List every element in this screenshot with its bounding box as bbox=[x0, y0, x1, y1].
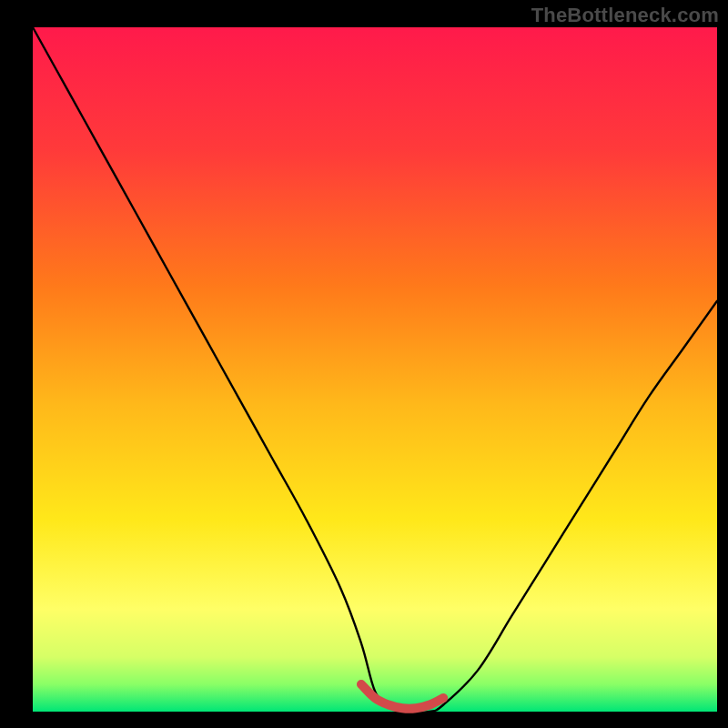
chart-container: TheBottleneck.com bbox=[0, 0, 728, 728]
watermark-text: TheBottleneck.com bbox=[531, 4, 719, 27]
bottleneck-chart bbox=[0, 0, 728, 728]
plot-background bbox=[33, 27, 717, 712]
